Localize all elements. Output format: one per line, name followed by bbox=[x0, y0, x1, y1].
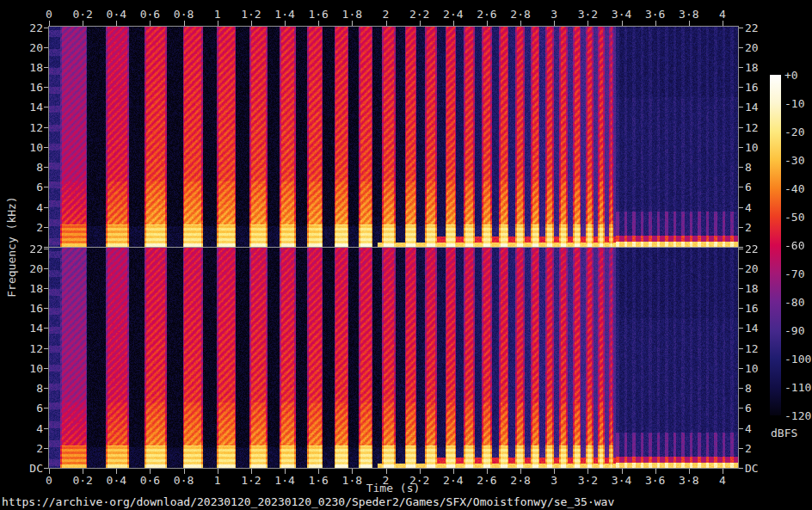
freq-tick-mark-right bbox=[739, 127, 743, 128]
freq-tick-mark-right bbox=[739, 328, 743, 329]
time-tick-mark-top bbox=[150, 21, 151, 26]
time-tick-mark-top bbox=[116, 21, 117, 26]
time-tick-label-top: 2·2 bbox=[409, 9, 429, 20]
freq-tick-mark-left bbox=[44, 167, 48, 168]
time-tick-mark-top bbox=[49, 21, 50, 26]
time-tick-mark-top bbox=[83, 21, 83, 26]
freq-tick-label-left: 12 bbox=[14, 342, 43, 353]
source-url-caption: https://archive·org/download/20230120_20… bbox=[2, 496, 614, 507]
freq-tick-label-right: 8 bbox=[745, 383, 752, 394]
time-tick-label-top: 1·2 bbox=[241, 9, 261, 20]
freq-tick-label-right: DC bbox=[745, 463, 759, 474]
freq-tick-label-left: 14 bbox=[14, 323, 43, 334]
freq-tick-label-right: 20 bbox=[745, 41, 759, 52]
freq-tick-mark-left bbox=[44, 147, 48, 148]
freq-tick-label-left: 2 bbox=[14, 221, 43, 232]
freq-tick-mark-right bbox=[739, 368, 743, 369]
freq-tick-label-right: 6 bbox=[745, 402, 752, 414]
time-tick-mark-top bbox=[587, 21, 588, 26]
time-tick-label-top: 1·8 bbox=[342, 9, 362, 20]
colorbar-tick-label: -110 bbox=[784, 382, 811, 393]
freq-tick-label-left: DC bbox=[14, 463, 43, 474]
freq-tick-mark-left bbox=[44, 268, 48, 269]
freq-tick-mark-left bbox=[44, 408, 48, 409]
time-tick-mark-top bbox=[386, 21, 387, 26]
freq-tick-mark-right bbox=[739, 87, 743, 88]
time-tick-label-top: 0 bbox=[46, 9, 52, 20]
colorbar-tick-label: -50 bbox=[784, 212, 804, 223]
freq-tick-label-left: 8 bbox=[14, 162, 43, 173]
freq-tick-label-right: 6 bbox=[745, 181, 752, 193]
freq-tick-label-right: 22 bbox=[745, 22, 759, 33]
freq-tick-mark-right bbox=[739, 468, 743, 469]
freq-tick-mark-left bbox=[44, 227, 48, 228]
freq-tick-mark-left bbox=[44, 428, 48, 429]
freq-tick-mark-right bbox=[739, 167, 743, 168]
time-tick-label-top: 0·6 bbox=[140, 9, 160, 20]
colorbar-tick-label: -70 bbox=[784, 268, 804, 280]
freq-tick-label-left: 22 bbox=[14, 243, 43, 254]
time-tick-label-bottom: 2·8 bbox=[510, 475, 530, 486]
freq-tick-label-left: 18 bbox=[14, 283, 43, 294]
freq-tick-mark-right bbox=[739, 107, 743, 108]
time-tick-mark-top bbox=[218, 21, 218, 26]
freq-tick-mark-left bbox=[44, 67, 48, 68]
freq-tick-mark-left bbox=[44, 47, 48, 48]
colorbar-tick-label: -10 bbox=[784, 98, 804, 109]
freq-tick-label-right: 2 bbox=[745, 221, 752, 232]
freq-tick-label-left: 18 bbox=[14, 62, 43, 73]
freq-tick-mark-right bbox=[739, 47, 743, 48]
freq-tick-mark-right bbox=[739, 67, 743, 68]
colorbar-tick-label: -60 bbox=[784, 240, 804, 251]
time-tick-mark-top bbox=[251, 21, 252, 26]
freq-tick-mark-left bbox=[44, 468, 48, 469]
freq-tick-label-left: 20 bbox=[14, 41, 43, 52]
freq-tick-label-left: 20 bbox=[14, 262, 43, 273]
freq-tick-label-right: 22 bbox=[745, 243, 759, 254]
time-tick-label-bottom: 3·6 bbox=[645, 475, 665, 486]
freq-tick-label-right: 10 bbox=[745, 141, 759, 152]
time-tick-label-top: 4 bbox=[719, 9, 726, 20]
freq-tick-label-right: 12 bbox=[745, 342, 759, 353]
colorbar bbox=[770, 75, 781, 415]
freq-tick-label-left: 12 bbox=[14, 121, 43, 132]
freq-tick-label-right: 12 bbox=[745, 121, 759, 132]
time-tick-mark-top bbox=[554, 21, 555, 26]
freq-tick-mark-left bbox=[44, 368, 48, 369]
freq-tick-label-left: 14 bbox=[14, 101, 43, 113]
colorbar-tick-label: -100 bbox=[784, 353, 811, 365]
freq-tick-mark-right bbox=[739, 348, 743, 349]
time-tick-label-bottom: 3·4 bbox=[612, 475, 631, 486]
time-tick-label-top: 2·4 bbox=[443, 9, 463, 20]
time-tick-mark-top bbox=[723, 21, 723, 26]
freq-tick-label-left: 6 bbox=[14, 402, 43, 414]
freq-tick-mark-left bbox=[44, 127, 48, 128]
freq-tick-mark-left bbox=[44, 207, 48, 208]
time-tick-mark-top bbox=[184, 21, 185, 26]
time-tick-label-bottom: 1·4 bbox=[274, 475, 294, 486]
freq-tick-label-left: 4 bbox=[14, 422, 43, 433]
time-tick-mark-top bbox=[689, 21, 690, 26]
time-tick-label-bottom: 0·2 bbox=[72, 475, 92, 486]
freq-tick-mark-left bbox=[44, 107, 48, 108]
time-tick-label-bottom: 3 bbox=[551, 475, 557, 486]
time-tick-mark-top bbox=[520, 21, 521, 26]
freq-tick-mark-left bbox=[44, 308, 48, 309]
freq-tick-label-right: 4 bbox=[745, 201, 752, 212]
time-tick-label-bottom: 1·6 bbox=[308, 475, 328, 486]
freq-tick-label-right: 20 bbox=[745, 262, 759, 273]
time-tick-mark-top bbox=[318, 21, 319, 26]
time-tick-label-bottom: 1·2 bbox=[241, 475, 261, 486]
time-tick-label-bottom: 0·6 bbox=[140, 475, 160, 486]
freq-tick-label-left: 10 bbox=[14, 362, 43, 373]
time-tick-mark-top bbox=[352, 21, 353, 26]
time-tick-label-top: 2 bbox=[383, 9, 390, 20]
freq-tick-label-left: 16 bbox=[14, 303, 43, 314]
freq-tick-mark-right bbox=[739, 249, 743, 249]
spectrogram-figure: Frequency (kHz) Time (s) 000·20·20·40·40… bbox=[0, 0, 812, 510]
freq-tick-label-right: 4 bbox=[745, 422, 752, 433]
time-tick-label-bottom: 4 bbox=[719, 475, 726, 486]
freq-tick-label-left: 10 bbox=[14, 141, 43, 152]
spectrogram-canvas bbox=[49, 27, 738, 468]
freq-tick-label-right: 14 bbox=[745, 323, 759, 334]
